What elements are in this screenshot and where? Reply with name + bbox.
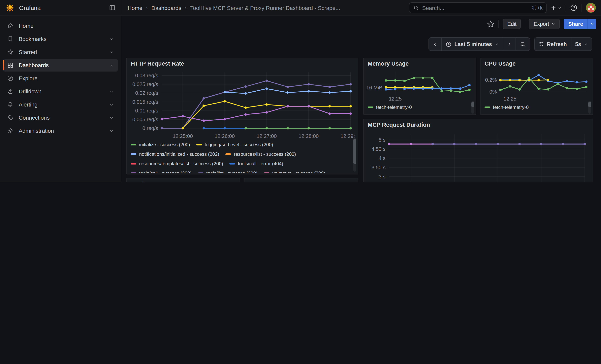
svg-text:4.50 s: 4.50 s (371, 146, 386, 152)
home-icon (7, 23, 13, 29)
search-icon (413, 5, 419, 11)
legend-swatch (131, 172, 136, 173)
svg-text:0.01 req/s: 0.01 req/s (135, 108, 158, 114)
legend-item[interactable]: tools/call - success (200) (131, 170, 191, 173)
legend-item[interactable]: tools/list - success (200) (198, 170, 257, 173)
active-accent-bar (3, 60, 4, 70)
panel-mcp-request-duration: MCP Request Duration 12:25:0012:26:0012:… (363, 119, 593, 182)
help-button[interactable] (570, 4, 578, 11)
svg-text:12:29:00: 12:29:00 (341, 133, 355, 139)
search-input[interactable]: Search... ⌘+k (409, 2, 547, 13)
panel-total-request-rate: Total Request Rate 0.0875 (126, 178, 240, 182)
legend-swatch (226, 153, 231, 155)
legend-item[interactable]: notifications/initialized - success (202… (131, 151, 219, 157)
panel-title[interactable]: CPU Usage (481, 58, 593, 69)
legend-item[interactable]: fetch-telemetry-0 (485, 104, 529, 110)
breadcrumb-dashboards[interactable]: Dashboards (151, 5, 181, 11)
legend-item[interactable]: unknown - success (200) (264, 170, 325, 173)
sidebar-item-administration[interactable]: Administration (3, 124, 118, 137)
panel-title[interactable]: Error Rate (244, 178, 358, 182)
legend-swatch (264, 172, 270, 173)
legend-item[interactable]: resources/list - success (200) (226, 151, 296, 157)
time-forward-button[interactable] (503, 38, 515, 50)
sidebar-item-label: Dashboards (19, 62, 49, 68)
panel-title[interactable]: Total Request Rate (127, 178, 240, 182)
alerting-icon (7, 101, 13, 108)
sidebar-item-explore[interactable]: Explore (3, 72, 118, 85)
mcp-request-duration-chart[interactable]: 12:25:0012:26:0012:27:0012:28:0012:29:00… (366, 130, 590, 182)
top-header: Grafana Home › Dashboards › ToolHive MCP… (0, 0, 601, 16)
panel-memory-usage: Memory Usage 12:2516 MiB fetch-telemetry… (363, 58, 476, 115)
chevron-down-icon[interactable] (109, 128, 114, 133)
dashboard-main: Edit Export Share (121, 16, 601, 182)
legend-swatch (368, 106, 373, 108)
connections-icon (7, 114, 13, 121)
chevron-down-icon[interactable] (109, 63, 114, 67)
svg-text:0.005 req/s: 0.005 req/s (132, 117, 158, 122)
svg-text:0.025 req/s: 0.025 req/s (132, 81, 158, 87)
panel-title[interactable]: HTTP Request Rate (127, 58, 358, 69)
chevron-down-icon[interactable] (109, 102, 114, 107)
sidebar-item-drilldown[interactable]: Drilldown (3, 85, 118, 98)
sidebar-item-alerting[interactable]: Alerting (3, 98, 118, 111)
sidebar-item-starred[interactable]: Starred (3, 46, 118, 59)
chevron-down-icon (495, 42, 499, 46)
legend-scrollbar[interactable] (353, 138, 356, 172)
starred-icon (7, 49, 13, 55)
legend-swatch (131, 163, 136, 164)
grafana-logo-icon[interactable] (5, 3, 15, 13)
breadcrumb-current-dashboard[interactable]: ToolHive MCP Server & Proxy Runner Dashb… (190, 5, 340, 11)
star-dashboard-button[interactable] (487, 20, 494, 28)
svg-text:12:28:00: 12:28:00 (299, 133, 319, 139)
panel-title[interactable]: Memory Usage (364, 58, 476, 69)
share-menu-button[interactable] (588, 19, 596, 29)
sidebar-item-dashboards[interactable]: Dashboards (3, 59, 118, 71)
cpu-usage-legend: fetch-telemetry-0 (485, 104, 585, 112)
time-range-picker[interactable]: Last 5 minutes (441, 38, 503, 50)
export-button[interactable]: Export (529, 19, 560, 29)
chevron-down-icon[interactable] (109, 89, 114, 94)
chevron-down-icon[interactable] (109, 115, 114, 120)
time-picker-group: Last 5 minutes (429, 37, 530, 51)
sidebar-item-label: Alerting (19, 101, 38, 108)
http-request-rate-chart[interactable]: 12:25:0012:26:0012:27:0012:28:0012:29:00… (129, 69, 355, 140)
time-back-button[interactable] (429, 38, 441, 50)
chevron-down-icon[interactable] (109, 37, 114, 41)
svg-text:12:26:00: 12:26:00 (215, 133, 235, 139)
user-avatar[interactable] (586, 3, 596, 13)
add-new-button[interactable] (551, 5, 562, 11)
refresh-button[interactable]: Refresh (534, 38, 571, 50)
cpu-usage-chart[interactable]: 12:250.2%0% (483, 68, 590, 103)
dashboards-icon (7, 62, 13, 68)
legend-swatch (198, 172, 203, 173)
svg-text:5 s: 5 s (379, 137, 386, 143)
explore-icon (7, 75, 13, 81)
breadcrumb-home[interactable]: Home (128, 5, 142, 11)
svg-text:0.02 req/s: 0.02 req/s (135, 90, 158, 96)
legend-item[interactable]: tools/call - error (404) (230, 160, 283, 167)
memory-usage-chart[interactable]: 12:2516 MiB (366, 68, 473, 103)
share-button[interactable]: Share (564, 19, 588, 29)
zoom-out-button[interactable] (515, 38, 530, 50)
grafana-app: Grafana Home › Dashboards › ToolHive MCP… (0, 0, 601, 182)
svg-text:4 s: 4 s (379, 155, 386, 161)
legend-scrollbar[interactable] (588, 101, 591, 114)
panel-title[interactable]: MCP Request Duration (364, 119, 593, 130)
sidebar-item-home[interactable]: Home (3, 20, 118, 32)
sidebar-item-bookmarks[interactable]: Bookmarks (3, 33, 118, 45)
chevron-down-icon[interactable] (109, 50, 114, 54)
edit-button[interactable]: Edit (503, 19, 521, 29)
sidebar-item-label: Connections (19, 114, 50, 121)
sidebar-toggle-button[interactable] (109, 4, 116, 11)
sidebar-item-connections[interactable]: Connections (3, 111, 118, 124)
chevron-down-icon (551, 22, 555, 26)
legend-item[interactable]: resources/templates/list - success (200) (131, 160, 223, 167)
legend-scrollbar[interactable] (471, 101, 474, 114)
time-controls: Last 5 minutes Re (121, 37, 601, 51)
legend-item[interactable]: initialize - success (200) (131, 141, 190, 148)
sidebar-item-label: Home (19, 23, 34, 29)
legend-item[interactable]: fetch-telemetry-0 (368, 104, 412, 110)
panel-cpu-usage: CPU Usage 12:250.2%0% fetch-telemetry-0 (480, 58, 593, 115)
legend-item[interactable]: logging/setLevel - success (200) (196, 141, 273, 148)
refresh-interval-picker[interactable]: 5s (571, 38, 592, 50)
